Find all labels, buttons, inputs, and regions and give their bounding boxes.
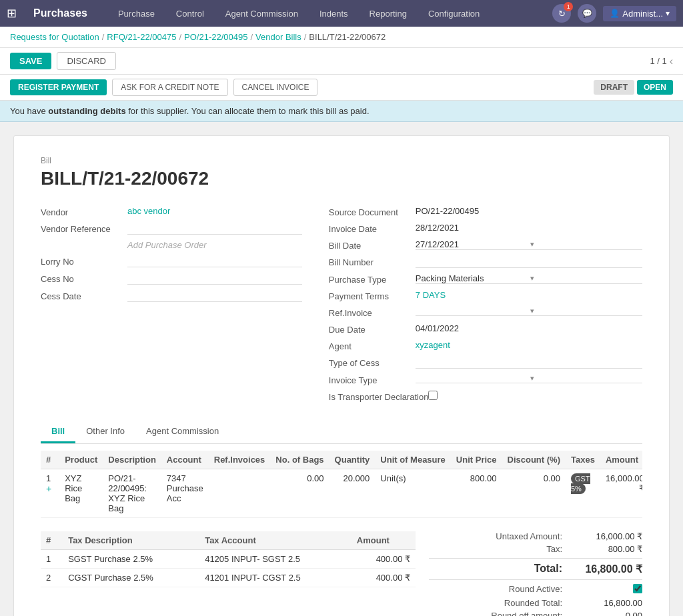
round-active-checkbox[interactable] [633, 584, 642, 593]
nav-configuration[interactable]: Configuration [424, 6, 484, 21]
add-row-icon[interactable]: + [46, 483, 51, 494]
col-amount: Amount [600, 451, 642, 469]
total-row: Total: 16,800.00 ₹ [429, 563, 642, 575]
bill-number-label: Bill Number [329, 256, 416, 267]
purchase-type-label: Purchase Type [329, 273, 416, 285]
breadcrumb-rfq[interactable]: Requests for Quotation [10, 32, 99, 42]
row-ref-invoices [209, 469, 271, 518]
add-po-value[interactable]: Add Purchase Order [127, 240, 302, 250]
lorry-no-input[interactable] [127, 255, 302, 267]
cess-no-field: Cess No [41, 273, 302, 285]
source-doc-label: Source Document [329, 206, 416, 217]
breadcrumb-rfq-num[interactable]: RFQ/21-22/00475 [107, 32, 176, 42]
register-payment-button[interactable]: REGISTER PAYMENT [10, 79, 107, 95]
row-unit-of-measure: Unit(s) [375, 469, 451, 518]
vendor-label: Vendor [41, 206, 127, 217]
tax-row1-desc: SGST Purchase 2.5% [63, 550, 199, 569]
nav-indents[interactable]: Indents [315, 6, 352, 21]
cess-no-input[interactable] [127, 273, 302, 285]
vendor-field: Vendor abc vendor [41, 206, 302, 217]
vendor-ref-input[interactable] [127, 223, 302, 235]
tax-col-hash: # [41, 531, 63, 550]
nav-agent-commission[interactable]: Agent Commission [221, 6, 302, 21]
purchase-type-field: Purchase Type Packing Materials ▾ [329, 273, 642, 285]
agent-label: Agent [329, 340, 416, 351]
payment-terms-label: Payment Terms [329, 290, 416, 301]
alert-bold: outstanding debits [48, 106, 125, 116]
notifications-icon[interactable]: ↻ 1 [552, 4, 571, 23]
purchase-type-select[interactable]: Packing Materials ▾ [416, 273, 642, 284]
col-unit-of-measure: Unit of Measure [375, 451, 451, 469]
save-button[interactable]: SAVE [10, 53, 51, 69]
main-content: Bill BILL/T/21-22/00672 Vendor abc vendo… [0, 122, 683, 616]
nav-reporting[interactable]: Reporting [366, 6, 411, 21]
total-value: 16,800.00 ₹ [576, 563, 642, 575]
action-bar: SAVE DISCARD 1 / 1 ‹ [0, 48, 683, 75]
ref-invoice-arrow-icon: ▾ [530, 307, 642, 315]
cancel-invoice-button[interactable]: CANCEL INVOICE [233, 79, 318, 96]
tax-value: 800.00 ₹ [576, 544, 642, 554]
breadcrumb-vendor-bills[interactable]: Vendor Bills [255, 32, 301, 42]
col-product: Product [59, 451, 103, 469]
tax-row1-amount: 400.00 ₹ [352, 550, 416, 569]
bill-number: BILL/T/21-22/00672 [41, 168, 642, 189]
tax-label: Tax: [462, 544, 562, 554]
user-menu-button[interactable]: 👤 Administ... ▾ [603, 6, 676, 21]
round-active-value [576, 584, 642, 595]
discard-button[interactable]: DISCARD [57, 52, 116, 70]
pagination: 1 / 1 ‹ [650, 55, 673, 67]
total-label: Total: [462, 563, 562, 575]
invoice-date-label: Invoice Date [329, 223, 416, 234]
bill-number-input[interactable] [416, 256, 642, 268]
app-grid-icon[interactable]: ⊞ [7, 6, 17, 21]
cess-no-label: Cess No [41, 273, 127, 284]
bottom-section: # Tax Description Tax Account Amount 1 S… [41, 531, 642, 616]
line-items-table-wrapper: # Product Description Account Ref.Invoic… [41, 451, 642, 518]
lorry-no-field: Lorry No [41, 255, 302, 267]
col-quantity: Quantity [329, 451, 376, 469]
bill-date-select[interactable]: 27/12/2021 ▾ [416, 239, 642, 250]
payment-terms-value[interactable]: 7 DAYS [416, 290, 642, 300]
bill-date-label: Bill Date [329, 239, 416, 251]
bill-date-field: Bill Date 27/12/2021 ▾ [329, 239, 642, 251]
untaxed-amount-label: Untaxed Amount: [462, 531, 562, 541]
round-active-row: Round Active: [429, 584, 642, 595]
app-title: Purchases [33, 7, 87, 19]
type-of-cess-field: Type of Cess [329, 357, 642, 369]
cess-date-label: Cess Date [41, 290, 127, 301]
tax-row1-account: 41205 INPUT- SGST 2.5 [199, 550, 352, 569]
round-off-label: Round off amount: [462, 611, 562, 616]
nav-control[interactable]: Control [172, 6, 208, 21]
tab-bill[interactable]: Bill [41, 421, 75, 443]
is-transporter-checkbox[interactable] [428, 391, 438, 400]
status-bar: REGISTER PAYMENT ASK FOR A CREDIT NOTE C… [0, 75, 683, 101]
open-badge: OPEN [637, 80, 673, 95]
agent-value[interactable]: xyzagent [416, 340, 642, 350]
breadcrumb-current: BILL/T/21-22/00672 [309, 32, 386, 42]
untaxed-amount-row: Untaxed Amount: 16,000.00 ₹ [429, 531, 642, 541]
prev-page-icon[interactable]: ‹ [670, 55, 673, 67]
source-doc-field: Source Document PO/21-22/00495 [329, 206, 642, 217]
ref-invoice-field: Ref.Invoice ▾ [329, 307, 642, 318]
row-account: 7347 Purchase Acc [161, 469, 209, 518]
tax-row1-num: 1 [41, 550, 63, 569]
lorry-no-label: Lorry No [41, 255, 127, 267]
tab-agent-commission[interactable]: Agent Commission [135, 421, 229, 443]
cess-date-input[interactable] [127, 290, 302, 302]
row-no-of-bags: 0.00 [270, 469, 329, 518]
type-of-cess-input[interactable] [416, 357, 642, 369]
bill-date-arrow-icon: ▾ [530, 240, 642, 249]
col-unit-price: Unit Price [451, 451, 502, 469]
invoice-type-select[interactable]: ▾ [416, 374, 642, 383]
breadcrumb-po[interactable]: PO/21-22/00495 [184, 32, 247, 42]
chat-icon[interactable]: 💬 [578, 4, 596, 23]
ref-invoice-select[interactable]: ▾ [416, 307, 642, 316]
row-unit-price: 800.00 [451, 469, 502, 518]
tab-other-info[interactable]: Other Info [75, 421, 135, 443]
nav-purchase[interactable]: Purchase [114, 6, 159, 21]
ask-credit-note-button[interactable]: ASK FOR A CREDIT NOTE [112, 79, 227, 96]
col-no-of-bags: No. of Bags [270, 451, 329, 469]
vendor-value[interactable]: abc vendor [127, 206, 302, 216]
tax-col-account: Tax Account [199, 531, 352, 550]
alert-bar: You have outstanding debits for this sup… [0, 101, 683, 122]
